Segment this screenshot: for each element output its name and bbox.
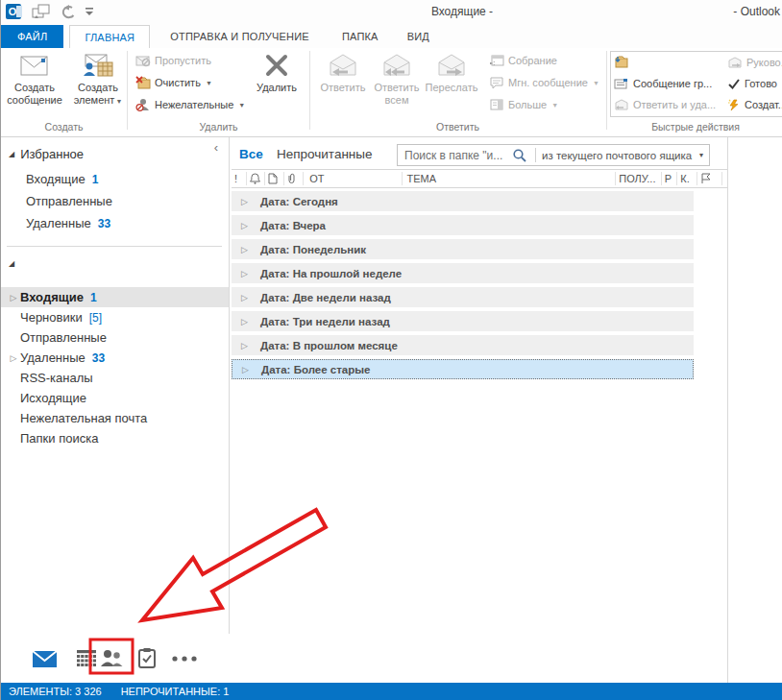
date-group-last-week[interactable]: ▷ Дата: На прошлой неделе xyxy=(232,263,694,283)
folder-inbox[interactable]: ▷ Входящие1 xyxy=(1,287,229,307)
quick-step-reply-delete[interactable]: Ответить и уда... xyxy=(611,94,724,115)
column-subject[interactable]: ТЕМА xyxy=(403,172,617,185)
search-box[interactable]: Поиск в папке "и... из текущего почтовог… xyxy=(397,144,710,166)
expander-icon[interactable]: ▷ xyxy=(241,269,253,278)
column-importance[interactable]: ! xyxy=(232,172,247,185)
send-receive-icon[interactable] xyxy=(32,4,50,19)
sidebar-divider xyxy=(7,246,222,247)
favorite-deleted[interactable]: Удаленные33 xyxy=(26,216,110,230)
expander-icon[interactable]: ▷ xyxy=(241,293,253,302)
customize-qat-icon[interactable] xyxy=(85,6,94,17)
search-icon[interactable] xyxy=(512,148,527,163)
quick-step-create-new[interactable]: Создат... xyxy=(724,94,782,115)
column-reminder[interactable] xyxy=(247,172,266,185)
expander-icon[interactable]: ▷ xyxy=(7,293,20,302)
expander-icon[interactable]: ▷ xyxy=(241,221,253,230)
date-group-older[interactable]: ▷ Дата: Более старые xyxy=(232,359,694,379)
tasks-nav-icon[interactable] xyxy=(138,648,156,668)
folder-rss[interactable]: RSS-каналы xyxy=(1,368,229,388)
favorite-inbox[interactable]: Входящие1 xyxy=(26,172,98,186)
tab-send-receive[interactable]: ОТПРАВКА И ПОЛУЧЕНИЕ xyxy=(156,25,324,48)
quick-step-team-message[interactable]: Сообщение гр... xyxy=(611,73,724,94)
folder-sent[interactable]: Отправленные xyxy=(1,327,229,348)
more-icon xyxy=(489,98,504,111)
filter-unread[interactable]: Непрочитанные xyxy=(277,147,373,161)
delete-button[interactable]: Удалить xyxy=(249,50,305,121)
quick-step-done[interactable]: Готово xyxy=(724,73,782,94)
date-group-monday[interactable]: ▷ Дата: Понедельник xyxy=(232,239,694,259)
forward-button[interactable]: Переслать xyxy=(424,50,479,121)
group-label-delete: Удалить xyxy=(129,121,308,133)
reply-button[interactable]: Ответить xyxy=(316,50,370,121)
expander-icon[interactable]: ▷ xyxy=(241,197,253,206)
more-nav-icon[interactable] xyxy=(171,655,198,663)
column-item-type[interactable] xyxy=(265,172,284,185)
column-attachment[interactable] xyxy=(284,172,304,185)
meeting-icon xyxy=(489,54,504,67)
people-nav-icon[interactable] xyxy=(100,649,124,667)
svg-text:O: O xyxy=(9,6,17,17)
account-header[interactable]: ◢ xyxy=(9,259,20,268)
junk-button[interactable]: Нежелательные▼ xyxy=(135,94,245,115)
quick-step-to-manager[interactable]: Руково... xyxy=(724,52,782,73)
date-group-three-weeks[interactable]: ▷ Дата: Три недели назад xyxy=(232,311,694,331)
tab-view[interactable]: ВИД xyxy=(393,25,444,48)
new-item-icon xyxy=(82,53,114,78)
filter-all[interactable]: Все xyxy=(239,147,263,161)
folder-search[interactable]: Папки поиска xyxy=(1,428,229,448)
favorite-sent[interactable]: Отправленные xyxy=(26,194,112,208)
ribbon: Создать сообщение Создать элемент▼ Созда… xyxy=(1,48,782,137)
date-group-two-weeks[interactable]: ▷ Дата: Две недели назад xyxy=(232,287,694,307)
im-button[interactable]: Мгн. сообщение▼ xyxy=(489,72,599,93)
column-category[interactable]: К. xyxy=(677,172,696,185)
bell-icon xyxy=(250,173,260,184)
column-received[interactable]: ПОЛУ... xyxy=(616,172,661,185)
tab-home[interactable]: ГЛАВНАЯ xyxy=(69,25,150,48)
tab-file[interactable]: ФАЙЛ xyxy=(1,25,63,48)
column-from[interactable]: ОТ xyxy=(304,172,402,185)
cleanup-button[interactable]: Очистить▼ xyxy=(135,72,212,93)
expander-icon[interactable]: ▷ xyxy=(241,317,253,326)
mail-nav-icon[interactable] xyxy=(33,651,57,667)
new-item-button[interactable]: Создать элемент▼ xyxy=(68,50,128,121)
folder-outbox[interactable]: Исходящие xyxy=(1,388,229,408)
quick-access-toolbar: O xyxy=(6,3,94,20)
folder-drafts[interactable]: Черновики[5] xyxy=(1,307,229,327)
folder-deleted[interactable]: ▷ Удаленные33 xyxy=(1,348,229,368)
expander-icon[interactable]: ▷ xyxy=(241,245,253,254)
minimize-folder-pane-icon[interactable]: ‹ xyxy=(214,140,218,155)
tab-folder[interactable]: ПАПКА xyxy=(328,25,393,48)
column-size[interactable]: Р xyxy=(662,172,678,185)
reply-icon xyxy=(326,53,360,78)
app-title: - Outlook xyxy=(733,5,780,18)
status-items-count: ЭЛЕМЕНТЫ: 3 326 xyxy=(9,686,102,697)
new-message-button[interactable]: Создать сообщение xyxy=(5,50,64,121)
more-respond-button[interactable]: Больше▼ xyxy=(489,94,558,115)
search-input[interactable]: Поиск в папке "и... xyxy=(398,149,512,162)
quick-step-move-to-folder[interactable] xyxy=(611,52,724,73)
date-group-last-month[interactable]: ▷ Дата: В прошлом месяце xyxy=(232,335,694,355)
lightning-icon xyxy=(727,99,741,111)
folder-pane: ‹ ◢ Избранное Входящие1 Отправленные Уда… xyxy=(1,137,230,634)
expander-icon[interactable]: ▷ xyxy=(242,365,254,374)
date-group-yesterday[interactable]: ▷ Дата: Вчера xyxy=(232,215,694,235)
favorites-header[interactable]: ◢ Избранное xyxy=(9,147,84,161)
meeting-button[interactable]: Собрание xyxy=(489,50,557,71)
ignore-button[interactable]: Пропустить xyxy=(135,50,211,71)
column-header-row: ! ОТ ТЕМА ПОЛУ... Р xyxy=(232,169,728,188)
column-flag[interactable] xyxy=(697,172,722,185)
date-group-today[interactable]: ▷ Дата: Сегодня xyxy=(232,191,694,211)
search-scope-dropdown[interactable]: из текущего почтового ящика xyxy=(542,150,694,161)
undo-icon[interactable] xyxy=(59,5,76,19)
expander-icon[interactable]: ▷ xyxy=(7,353,20,363)
item-count-badge: 33 xyxy=(98,217,110,230)
calendar-nav-icon[interactable] xyxy=(77,650,96,667)
search-scope-caret-icon[interactable]: ▾ xyxy=(694,151,709,159)
draft-count-badge: [5] xyxy=(89,311,102,325)
reply-all-button[interactable]: Ответить всем xyxy=(370,50,424,121)
folder-junk[interactable]: Нежелательная почта xyxy=(1,408,229,428)
flag-icon xyxy=(700,173,712,184)
reading-pane-divider[interactable] xyxy=(727,137,728,683)
expander-icon[interactable]: ▷ xyxy=(241,341,253,350)
forward-icon xyxy=(434,53,469,78)
